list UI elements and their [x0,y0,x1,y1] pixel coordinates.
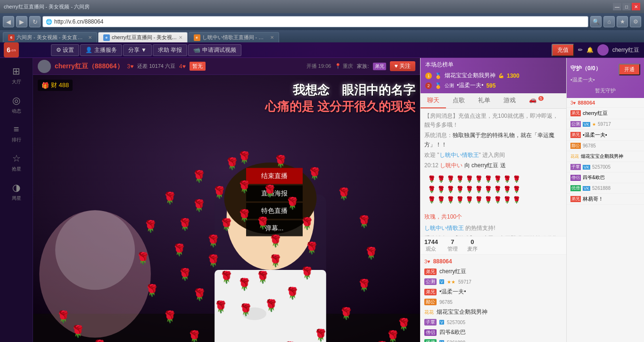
maximize-button[interactable]: □ [622,3,631,10]
live-time: 开播 19:06 [306,63,331,70]
svg-text:🌹: 🌹 [428,186,436,194]
special-live-btn[interactable]: 特色直播 [246,203,303,219]
welcome-msg: 欢迎 "し晄中い情歌王" 进入房间 [424,151,562,160]
right-user-3: 鄙公 96785 [567,141,644,151]
gift-count-text: 玫瑰，共100个 [424,212,562,221]
svg-text:🌹: 🌹 [512,175,521,183]
stats-bar: 1744 观众 7 管理 0 麦序 [421,236,566,255]
svg-text:🌹: 🌹 [484,186,493,194]
rank-label: 排行 [12,137,21,143]
svg-text:🌹: 🌹 [446,186,455,194]
refresh-button[interactable]: ↻ [29,16,41,27]
gift-count: 财 488 [51,81,69,90]
tab-1-close[interactable]: ✕ [88,35,92,40]
svg-text:🌹: 🌹 [437,196,446,204]
family-label: 家族: [357,63,369,70]
right-user-2-id: 59717 [598,122,611,127]
settings-button[interactable]: ⚙ [630,16,641,27]
chat-panel: 本场总榜单 1 🏅 烟花宝宝企鹅我男神 💪 1300 2 🏅 公测 •温柔一夫•… [420,58,566,342]
sidebar-item-dynamic[interactable]: ◎ 动态 [0,91,33,118]
search-button[interactable]: 🔍 [590,16,602,27]
right-user-lin: 弟兄 林易哥！ [567,194,644,205]
apply-btn[interactable]: 📹 申请调试视频 [188,44,241,56]
user-item-warm: 弟兄 •温柔一夫• [421,286,566,297]
user-warm-tag: 弟兄 [424,289,437,295]
sidebar-item-grab-star[interactable]: ☆ 抢星 [0,149,33,176]
close-button[interactable]: ✕ [632,3,640,10]
right-user-flower: 花花 烟花宝宝企鹅我男神 [567,151,644,162]
charge-button[interactable]: 充值 [552,44,574,57]
right-user-monk: 僧侣 四爷&欧巴 [567,172,644,183]
user-item-3: 鄙公 96785 [421,297,566,307]
left-sidebar: ⊞ 大厅 ◎ 动态 ≡ 排行 ☆ 抢星 ◑ 周星 📱 移动版 [0,58,33,342]
chat-tab-game[interactable]: 游戏 [497,93,522,108]
chat-tab-car[interactable]: 🚗 5 [522,93,550,108]
home-button[interactable]: ⌂ [603,16,615,27]
minimize-button[interactable]: — [613,3,621,10]
svg-text:🌹: 🌹 [475,175,483,183]
svg-text:🌹: 🌹 [512,196,521,204]
rank-1-badge: 💪 [498,73,504,78]
right-user-2: 公测 VK ★ 59717 [567,119,644,130]
chat-tab-chat[interactable]: 聊天 [421,93,446,108]
address-bar[interactable]: 🌐 http://v.6.cn/888064 [42,16,588,27]
guard-guardian: •温柔一夫• [570,76,640,83]
right-lin-name: 林易哥！ [583,195,603,203]
streamer-avatar [38,60,51,73]
user-4-id: 5257005 [447,320,465,325]
site-header: 6 .cn ⚙ 设置 👤 主播服务 分享 ▼ 求助 举报 📹 申请调试视频 充值… [0,42,644,58]
sidebar-item-lobby[interactable]: ⊞ 大厅 [0,62,33,89]
settings-nav-btn[interactable]: ⚙ 设置 [51,44,79,56]
tab-3-close[interactable]: ✕ [270,35,274,40]
chat-messages[interactable]: 【房间消息】充值点这里，充100就优惠，即冲即返，靓号多多哦！ 系统消息：独取独… [421,109,566,236]
user-name: cherry红豆 [612,46,639,54]
chat-tab-song[interactable]: 点歌 [446,93,471,108]
gift-roses-svg: 🌹🌹🌹🌹 🌹🌹🌹🌹 🌹🌹 🌹🌹🌹🌹 🌹🌹🌹🌹 🌹🌹 🌹🌹🌹🌹 🌹🌹🌹🌹 🌹🌹 [424,172,556,210]
right-user-1: 3♥ 888064 [567,98,644,108]
share-btn[interactable]: 分享 ▼ [123,44,152,56]
end-live-btn[interactable]: 结束直播 [246,168,303,184]
tab-2[interactable]: e cherry红豆直播间 - 美女视... ✕ [98,32,188,42]
guard-open-button[interactable]: 开通 [619,64,640,75]
svg-text:🌹: 🌹 [465,186,474,194]
rank-1-icon: 🏅 [435,73,442,79]
right-lin-tag: 弟兄 [570,196,581,202]
streamer-name: cherry红豆（888064） [55,62,124,71]
user-flower-name: 烟花宝宝企鹅我男神 [437,308,562,316]
right-monk-name: 四爷&欧巴 [583,174,605,181]
title-bar-left: cherry红豆直播间 - 美女视频 - 六间房 [4,3,90,10]
live-poster-btn[interactable]: 直播海报 [246,186,303,202]
sidebar-item-zhou-star[interactable]: ◑ 周星 [0,178,33,205]
chat-tab-gift[interactable]: 礼单 [471,93,497,108]
leaderboard-item-2: 2 🏅 公测 •温柔一夫• 595 [425,81,561,90]
video-background [33,75,420,342]
user-item-4: 子覃 V 5257005 [421,318,566,327]
address-text: http://v.6.cn/888064 [54,18,104,25]
rank-2-num: 2 [425,82,432,89]
barrage-btn[interactable]: 弹幕... [246,220,303,236]
svg-text:🌹: 🌹 [494,186,502,194]
tab-1[interactable]: 6 六间房 - 美女视频 - 美女直播... ✕ [3,32,97,42]
forward-button[interactable]: ▶ [16,16,27,27]
host-service-btn[interactable]: 👤 主播服务 [80,44,122,56]
right-flower-tag: 花花 [570,154,579,160]
back-button[interactable]: ◀ [3,16,14,27]
sidebar-item-rank[interactable]: ≡ 排行 [0,120,33,147]
diff-text: 还差 10174 六豆 [137,63,175,70]
tab-2-close[interactable]: ✕ [179,35,182,40]
streamer-info-bar: cherry红豆（888064） 3♥ 还差 10174 六豆 4♥ 暂无 开播… [33,58,420,75]
rank-1-score: 1300 [507,73,520,79]
svg-text:🌹: 🌹 [446,175,455,183]
help-btn[interactable]: 求助 举报 [153,44,187,56]
bookmark-button[interactable]: ★ [617,16,628,27]
user-warm-name: •温柔一夫• [439,288,562,296]
svg-text:🌹: 🌹 [465,175,474,183]
right-cherry-tag: 弟兄 [570,110,581,116]
user-1-id: 888064 [433,258,452,265]
tab-3[interactable]: e し晄中い情歌王直播间 - 美女... ✕ [189,32,279,42]
mic-queue-stat: 0 麦序 [467,238,478,252]
follow-button[interactable]: ♥ 关注 [390,61,415,71]
right-user-5-id: 5261888 [592,186,611,191]
user-item-flower: 花花 烟花宝宝企鹅我男神 [421,307,566,318]
rank-2-icon: 🏅 [435,82,442,89]
